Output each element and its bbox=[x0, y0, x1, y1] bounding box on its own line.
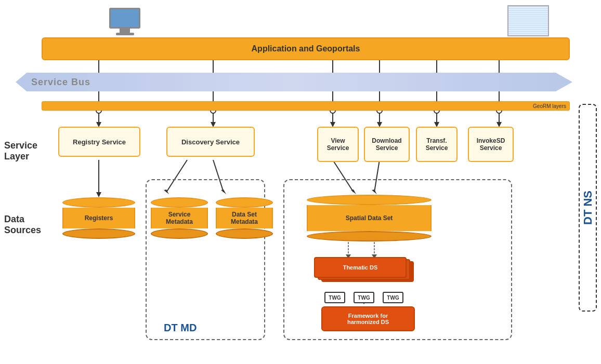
computer-icon bbox=[104, 8, 146, 42]
dt-md-label: DT MD bbox=[164, 322, 197, 334]
framework-box: Framework for harmonized DS bbox=[321, 306, 415, 331]
twg-box-1: TWG bbox=[324, 292, 345, 303]
service-layer-label: Service Layer bbox=[4, 129, 37, 163]
app-bar: Application and Geoportals bbox=[42, 37, 570, 60]
data-sources-label: Data Sources bbox=[4, 203, 41, 236]
dt-ns-container: DT NS bbox=[579, 104, 597, 312]
map-lines-pattern bbox=[508, 6, 548, 35]
computer-stand bbox=[120, 29, 130, 33]
thematic-ds-stack: Thematic DS bbox=[314, 257, 418, 288]
computer-base bbox=[116, 33, 134, 35]
diagram: Application and Geoportals Service Bus G… bbox=[0, 0, 601, 364]
service-metadata-cylinder: Service Metadata bbox=[151, 197, 208, 239]
thematic-card-front: Thematic DS bbox=[314, 257, 407, 278]
view-service-box: View Service bbox=[317, 127, 359, 162]
service-bus: Service Bus bbox=[16, 73, 572, 91]
georm-bar: GeoRM layers bbox=[42, 101, 570, 111]
twg-box-2: TWG bbox=[354, 292, 374, 303]
twg-box-3: TWG bbox=[383, 292, 403, 303]
invokesd-service-box: InvokeSD Service bbox=[468, 127, 514, 162]
discovery-service-box: Discovery Service bbox=[166, 127, 255, 157]
computer-screen bbox=[109, 8, 140, 29]
transf-service-box: Transf. Service bbox=[416, 127, 458, 162]
map-thumbnail bbox=[507, 5, 549, 36]
dataset-metadata-cylinder: Data Set Metadata bbox=[216, 197, 273, 239]
dt-ns-label: DT NS bbox=[581, 191, 595, 225]
app-bar-label: Application and Geoportals bbox=[252, 44, 360, 53]
service-bus-label: Service Bus bbox=[31, 77, 90, 88]
cylinder-body: Registers bbox=[62, 208, 135, 228]
cylinder-bottom bbox=[62, 228, 135, 239]
download-service-box: Download Service bbox=[364, 127, 410, 162]
spatial-dataset-cylinder: Spatial Data Set bbox=[307, 195, 432, 241]
registers-cylinder: Registers bbox=[62, 197, 135, 239]
georm-label: GeoRM layers bbox=[533, 103, 566, 109]
svg-marker-31 bbox=[96, 192, 101, 197]
registry-service-box: Registry Service bbox=[58, 127, 140, 157]
cylinder-top bbox=[62, 197, 135, 208]
